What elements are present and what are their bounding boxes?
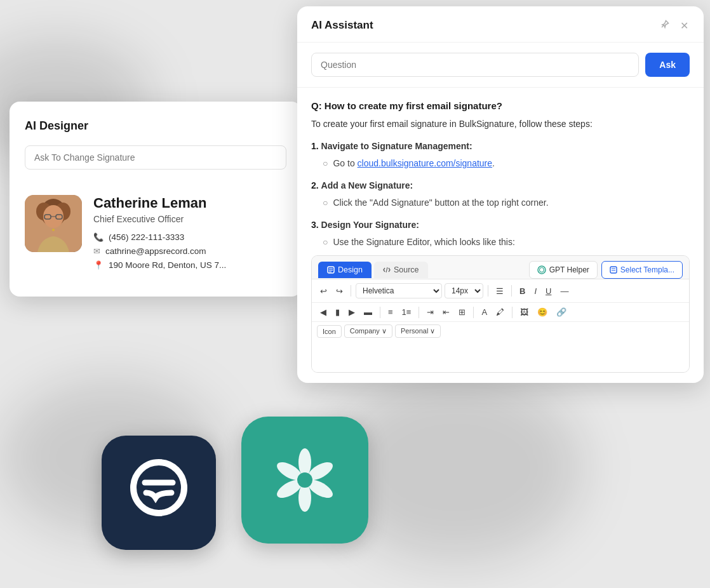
- emoji-button[interactable]: 😊: [534, 305, 551, 319]
- bold-button[interactable]: B: [516, 284, 528, 298]
- toolbar-row-1: ↩ ↪ Helvetica Arial Times New Roman 14px…: [312, 279, 689, 303]
- svg-line-9: [662, 25, 664, 27]
- bullet-icon-3: ○: [323, 236, 328, 249]
- step-2-sub: ○ Click the "Add Signature" button at th…: [323, 196, 690, 210]
- ai-designer-panel: AI Designer: [10, 102, 302, 297]
- ul-button[interactable]: ≡: [385, 305, 396, 319]
- align-justify-button[interactable]: ▬: [361, 305, 375, 319]
- sig-name: Catherine Leman: [93, 195, 226, 211]
- svg-rect-16: [610, 267, 617, 273]
- toolbar-row-2: ◀ ▮ ▶ ▬ ≡ 1≡ ⇥ ⇤ ⊞ A 🖍: [312, 303, 689, 322]
- toolbar-sep-6: [473, 307, 474, 318]
- svg-point-19: [133, 462, 184, 513]
- design-tab-label: Design: [338, 265, 363, 274]
- sig-email-row: ✉ cathrine@appsrecord.com: [93, 246, 226, 256]
- step-1-number: 1.: [311, 141, 319, 151]
- editor-tabs: Design Source: [312, 256, 689, 279]
- step-2-sub-text: Click the "Add Signature" button at the …: [333, 196, 548, 210]
- step-2-number: 2.: [311, 180, 319, 190]
- editor-container: Design Source: [311, 255, 690, 373]
- highlight-button[interactable]: 🖍: [493, 305, 507, 319]
- step-3-sub-text: Use the Signature Editor, which looks li…: [333, 236, 514, 249]
- image-button[interactable]: 🖼: [517, 305, 532, 319]
- phone-icon: 📞: [93, 232, 104, 242]
- italic-button[interactable]: I: [531, 284, 540, 298]
- ai-assistant-panel: AI Assistant ✕ Ask Q: How to create my f…: [297, 6, 704, 383]
- toolbar-sep-1: [351, 285, 351, 297]
- signature-card: Catherine Leman Chief Executive Officer …: [25, 189, 286, 276]
- source-tab-label: Source: [394, 265, 419, 274]
- link-button[interactable]: 🔗: [553, 305, 570, 319]
- toolbar-sep-4: [380, 307, 380, 318]
- toolbar-sep-3: [511, 285, 512, 297]
- pin-button[interactable]: [659, 18, 671, 33]
- gpt-helper-label: GPT Helper: [549, 265, 589, 274]
- toolbar-sep-2: [488, 285, 488, 297]
- svg-point-21: [298, 448, 311, 476]
- redo-button[interactable]: ↪: [333, 284, 346, 298]
- ask-button[interactable]: Ask: [645, 53, 690, 77]
- panel-title: AI Assistant: [311, 19, 373, 32]
- bullet-icon-1: ○: [323, 157, 328, 170]
- outdent-button[interactable]: ⇤: [439, 305, 453, 319]
- bullet-icon-2: ○: [323, 196, 328, 210]
- select-template-button[interactable]: Select Templa...: [601, 261, 683, 279]
- indent-button[interactable]: ⇥: [424, 305, 437, 319]
- svg-line-14: [386, 267, 387, 272]
- token-personal-button[interactable]: Personal ∨: [395, 324, 441, 338]
- step-2: 2. Add a New Signature: ○ Click the "Add…: [311, 179, 690, 210]
- steps-list: 1. Navigate to Signature Management: ○ G…: [311, 140, 690, 373]
- sig-management-link[interactable]: cloud.bulksignature.com/signature: [358, 158, 492, 168]
- align-right-button[interactable]: ▶: [345, 305, 358, 319]
- text-color-button[interactable]: A: [478, 305, 490, 319]
- openai-logo: [241, 417, 368, 544]
- step-1-sub: ○ Go to cloud.bulksignature.com/signatur…: [323, 157, 690, 170]
- ol-button[interactable]: 1≡: [399, 305, 415, 319]
- gpt-helper-button[interactable]: GPT Helper: [529, 261, 598, 279]
- step-1: 1. Navigate to Signature Management: ○ G…: [311, 140, 690, 170]
- content-area: Q: How to create my first email signatur…: [297, 88, 704, 383]
- editor-body[interactable]: [312, 340, 689, 372]
- ask-signature-input[interactable]: [25, 145, 286, 170]
- step-3-label: Design Your Signature:: [321, 220, 419, 230]
- strikethrough-button[interactable]: —: [557, 284, 572, 298]
- close-button[interactable]: ✕: [679, 18, 690, 33]
- toolbar-sep-7: [512, 307, 512, 318]
- undo-button[interactable]: ↩: [317, 284, 330, 298]
- panel-header-icons: ✕: [659, 18, 690, 33]
- svg-point-15: [538, 266, 546, 274]
- align-left-button[interactable]: ◀: [317, 305, 330, 319]
- panel-header: AI Assistant ✕: [297, 6, 704, 43]
- line-height-button[interactable]: ☰: [493, 284, 507, 298]
- question-input[interactable]: [311, 53, 639, 77]
- source-tab[interactable]: Source: [374, 262, 428, 278]
- step-1-label: Navigate to Signature Management:: [321, 141, 472, 151]
- sig-info: Catherine Leman Chief Executive Officer …: [93, 195, 226, 270]
- svg-point-27: [297, 472, 312, 488]
- sig-phone: (456) 222-111-3333: [109, 232, 184, 242]
- token-icon-button[interactable]: Icon: [317, 325, 342, 338]
- sig-address: 190 Moore Rd, Denton, US 7...: [109, 260, 226, 270]
- question-bar: Ask: [297, 43, 704, 88]
- location-icon: 📍: [93, 260, 104, 270]
- underline-button[interactable]: U: [542, 284, 554, 298]
- sig-job-title: Chief Executive Officer: [93, 214, 226, 224]
- align-center-button[interactable]: ▮: [332, 305, 343, 319]
- qa-intro: To create your first email signature in …: [311, 117, 690, 131]
- design-tab[interactable]: Design: [318, 262, 372, 278]
- table-button[interactable]: ⊞: [455, 305, 469, 319]
- toolbar-sep-5: [419, 307, 419, 318]
- avatar: [25, 195, 82, 252]
- step-3-sub: ○ Use the Signature Editor, which looks …: [323, 236, 690, 249]
- step-1-sub-text: Go to cloud.bulksignature.com/signature.: [333, 157, 495, 170]
- toolbar-row-3: Icon Company ∨ Personal ∨: [312, 322, 689, 340]
- step-3: 3. Design Your Signature: ○ Use the Sign…: [311, 218, 690, 373]
- editor-tabs-right: GPT Helper Select Templa...: [529, 261, 683, 279]
- step-3-number: 3.: [311, 220, 319, 230]
- email-icon: ✉: [93, 246, 100, 256]
- token-company-button[interactable]: Company ∨: [344, 324, 392, 338]
- font-size-select[interactable]: 14px 12px 16px 18px: [445, 283, 483, 298]
- font-family-select[interactable]: Helvetica Arial Times New Roman: [356, 283, 442, 298]
- svg-point-24: [298, 484, 311, 512]
- editor-tabs-left: Design Source: [318, 262, 428, 278]
